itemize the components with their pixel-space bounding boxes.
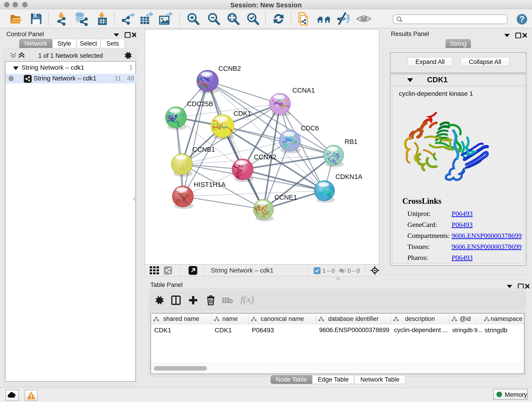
svg-text:CDC25B: CDC25B <box>187 100 213 108</box>
svg-text:CCNE1: CCNE1 <box>274 194 297 201</box>
svg-text:CCNB2: CCNB2 <box>218 65 241 72</box>
svg-text:CDKN1A: CDKN1A <box>336 173 362 180</box>
svg-text:CCNA2: CCNA2 <box>254 153 276 161</box>
svg-text:CDC6: CDC6 <box>301 124 319 132</box>
svg-text:HIST1H1A: HIST1H1A <box>194 181 226 188</box>
svg-text:CCNB1: CCNB1 <box>192 146 215 153</box>
svg-text:RB1: RB1 <box>345 138 357 145</box>
svg-text:CCNA1: CCNA1 <box>292 87 315 94</box>
svg-text:CDK1: CDK1 <box>234 110 251 117</box>
